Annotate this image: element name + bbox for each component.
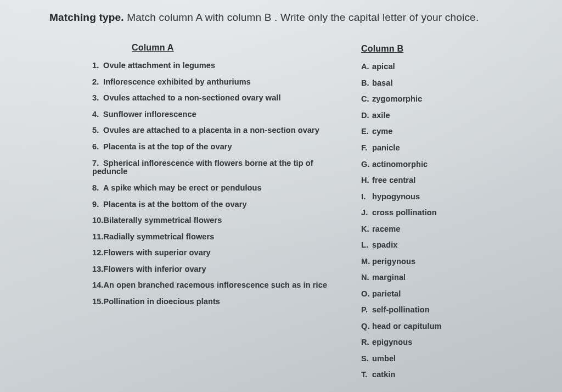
column-b-item: M. perigynous — [361, 254, 504, 270]
column-a-item: 13. Flowers with inferior ovary — [92, 261, 350, 278]
column-a-item: 2. Inflorescence exhibited by anthuriums — [92, 74, 350, 91]
item-letter: J. — [361, 209, 372, 217]
item-letter: E. — [361, 127, 372, 136]
item-text: Bilaterally symmetrical flowers — [103, 216, 222, 225]
item-text: Inflorescence exhibited by anthuriums — [103, 77, 251, 86]
item-text: perigynous — [372, 257, 415, 266]
column-b-item: B. basal — [361, 75, 504, 92]
item-letter: M. — [361, 257, 372, 266]
item-text: Spherical inflorescence with flowers bor… — [92, 159, 313, 176]
item-letter: G. — [361, 160, 372, 169]
item-text: Ovule attachment in legumes — [103, 61, 215, 70]
item-text: A spike which may be erect or pendulous — [103, 183, 262, 192]
item-text: Placenta is at the bottom of the ovary — [103, 200, 247, 209]
column-b-item: E. cyme — [361, 124, 504, 141]
worksheet-page: Matching type. Match column A with colum… — [0, 0, 562, 392]
column-a-item: 1. Ovule attachment in legumes — [92, 58, 350, 75]
column-b: Column B A. apicalB. basalC. zygomorphic… — [361, 43, 504, 384]
item-text: parietal — [372, 289, 401, 298]
column-a-item: 4. Sunflower inflorescence — [92, 107, 350, 123]
item-number: 9. — [92, 200, 103, 209]
item-text: Pollination in dioecious plants — [103, 297, 220, 306]
item-text: Ovules attached to a non-sectioned ovary… — [103, 93, 281, 102]
item-number: 6. — [92, 143, 103, 152]
item-text: zygomorphic — [372, 94, 422, 103]
item-letter: F. — [361, 144, 372, 153]
item-text: panicle — [372, 143, 400, 152]
column-b-item: G. actinomorphic — [361, 156, 504, 173]
item-number: 14. — [92, 281, 103, 290]
item-number: 12. — [92, 249, 103, 257]
column-b-header: Column B — [361, 44, 504, 54]
column-b-item: K. raceme — [361, 221, 504, 238]
column-b-item: D. axile — [361, 108, 504, 124]
item-text: hypogynous — [372, 192, 420, 201]
item-letter: B. — [361, 79, 372, 88]
column-b-item: T. catkin — [361, 367, 504, 384]
column-a-item: 11. Radially symmetrical flowers — [92, 229, 350, 245]
column-a-item: 9. Placenta is at the bottom of the ovar… — [92, 197, 350, 213]
item-letter: L. — [361, 241, 372, 250]
item-letter: N. — [361, 273, 372, 282]
column-b-item: Q. head or capitulum — [361, 318, 504, 335]
item-text: axile — [372, 111, 390, 120]
column-a-item: 14. An open branched racemous infloresce… — [92, 277, 350, 294]
column-a-list: 1. Ovule attachment in legumes2. Inflore… — [92, 58, 350, 310]
item-letter: H. — [361, 176, 372, 185]
item-text: spadix — [372, 240, 398, 249]
item-letter: I. — [361, 193, 372, 201]
column-a-item: 7. Spherical inflorescence with flowers … — [92, 155, 350, 180]
item-text: Flowers with inferior ovary — [103, 265, 206, 273]
item-letter: C. — [361, 95, 372, 104]
item-letter: Q. — [361, 322, 372, 331]
item-number: 4. — [92, 110, 103, 119]
column-b-item: L. spadix — [361, 237, 504, 254]
column-b-item: H. free central — [361, 172, 504, 189]
item-text: epigynous — [372, 338, 412, 346]
column-a-item: 3. Ovules attached to a non-sectioned ov… — [92, 91, 350, 107]
column-a-item: 5. Ovules are attached to a placenta in … — [92, 123, 350, 139]
item-letter: P. — [361, 306, 372, 315]
item-text: Placenta is at the top of the ovary — [103, 142, 232, 151]
item-text: Sunflower inflorescence — [103, 110, 196, 119]
item-number: 15. — [92, 298, 103, 306]
item-text: marginal — [372, 273, 406, 282]
item-text: cross pollination — [372, 208, 437, 217]
item-number: 1. — [92, 61, 103, 70]
item-letter: O. — [361, 290, 372, 299]
columns-wrapper: Column A 1. Ovule attachment in legumes2… — [49, 43, 536, 384]
item-text: self-pollination — [372, 305, 430, 314]
item-text: basal — [372, 79, 393, 87]
column-a-item: 8. A spike which may be erect or pendulo… — [92, 180, 350, 197]
item-text: Radially symmetrical flowers — [103, 232, 214, 241]
item-text: actinomorphic — [372, 160, 428, 169]
column-b-list: A. apicalB. basalC. zygomorphicD. axileE… — [361, 59, 504, 384]
item-number: 5. — [92, 126, 103, 135]
item-text: free central — [372, 176, 415, 184]
item-number: 2. — [92, 78, 103, 87]
column-a-item: 12. Flowers with superior ovary — [92, 245, 350, 261]
column-b-item: J. cross pollination — [361, 205, 504, 221]
column-a: Column A 1. Ovule attachment in legumes2… — [92, 43, 350, 310]
column-b-item: A. apical — [361, 59, 504, 76]
item-letter: S. — [361, 355, 372, 363]
column-b-item: O. parietal — [361, 286, 504, 303]
column-a-item: 15. Pollination in dioecious plants — [92, 294, 350, 310]
column-b-item: P. self-pollination — [361, 303, 504, 319]
instructions-body: Match column A with column B . Write onl… — [124, 12, 479, 23]
column-b-item: F. panicle — [361, 140, 504, 156]
column-a-item: 10. Bilaterally symmetrical flowers — [92, 212, 350, 229]
item-text: raceme — [372, 225, 400, 233]
column-a-header: Column A — [132, 43, 350, 53]
item-number: 11. — [92, 233, 103, 242]
column-b-item: S. umbel — [361, 351, 504, 367]
item-text: umbel — [372, 354, 396, 363]
item-text: Flowers with superior ovary — [103, 248, 210, 257]
item-letter: D. — [361, 111, 372, 120]
instructions-lead: Matching type. — [49, 12, 124, 23]
item-number: 7. — [92, 159, 103, 168]
column-a-item: 6. Placenta is at the top of the ovary — [92, 139, 350, 155]
item-letter: K. — [361, 225, 372, 234]
item-number: 13. — [92, 265, 103, 274]
item-number: 8. — [92, 184, 103, 193]
